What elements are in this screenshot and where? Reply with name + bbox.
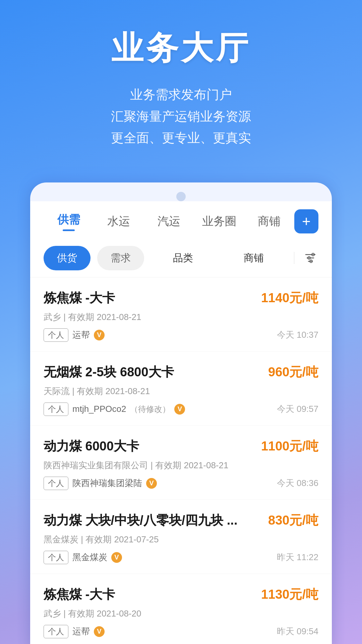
tag-personal: 个人 xyxy=(44,328,68,342)
item-price: 830元/吨 xyxy=(268,512,318,529)
header-subtitle: 业务需求发布门户 汇聚海量产运销业务资源 更全面、更专业、更真实 xyxy=(20,84,342,149)
tab-water[interactable]: 水运 xyxy=(94,211,144,232)
phone-mockup: 供需 水运 汽运 业务圈 商铺 + 供货 需求 品类 商铺 xyxy=(30,182,332,644)
list-item[interactable]: 动力煤 大块/中块/八零块/四九块 ... 830元/吨 黑金煤炭 | 有效期 … xyxy=(30,500,332,574)
item-tags: 个人 mtjh_PPOco2 （待修改） V xyxy=(44,402,185,416)
list-item[interactable]: 动力煤 6000大卡 1100元/吨 陕西神瑞实业集团有限公司 | 有效期 20… xyxy=(30,426,332,500)
filter-divider xyxy=(294,252,294,264)
item-tags: 个人 运帮 V xyxy=(44,625,105,638)
item-footer: 个人 mtjh_PPOco2 （待修改） V 今天 09:57 xyxy=(44,402,318,416)
item-title: 无烟煤 2-5块 6800大卡 xyxy=(44,364,174,381)
item-time: 今天 09:57 xyxy=(277,403,318,415)
tab-truck[interactable]: 汽运 xyxy=(144,211,194,232)
tab-shop[interactable]: 商铺 xyxy=(244,211,294,232)
v-badge: V xyxy=(146,478,157,489)
item-tags: 个人 黑金煤炭 V xyxy=(44,551,122,564)
v-badge: V xyxy=(174,404,185,415)
item-footer: 个人 运帮 V 今天 10:37 xyxy=(44,328,318,342)
pending-label: （待修改） xyxy=(130,404,170,415)
item-meta: 天际流 | 有效期 2021-08-21 xyxy=(44,385,318,397)
tag-personal: 个人 xyxy=(44,625,68,638)
item-price: 1130元/吨 xyxy=(261,586,318,603)
item-time: 今天 10:37 xyxy=(277,329,318,341)
item-price: 1100元/吨 xyxy=(261,438,318,455)
v-badge: V xyxy=(94,330,105,340)
item-title: 炼焦煤 -大卡 xyxy=(44,289,115,307)
item-price: 960元/吨 xyxy=(268,364,318,381)
add-button[interactable]: + xyxy=(294,209,318,233)
item-meta: 陕西神瑞实业集团有限公司 | 有效期 2021-08-21 xyxy=(44,460,318,471)
item-footer: 个人 运帮 V 昨天 09:54 xyxy=(44,625,318,638)
item-time: 昨天 11:22 xyxy=(277,551,318,563)
item-title: 动力煤 大块/中块/八零块/四九块 ... xyxy=(44,512,237,529)
subtitle-line1: 业务需求发布门户 xyxy=(20,84,342,106)
list-item[interactable]: 炼焦煤 -大卡 1130元/吨 武乡 | 有效期 2021-08-20 个人 运… xyxy=(30,574,332,644)
list-item[interactable]: 炼焦煤 -大卡 1140元/吨 武乡 | 有效期 2021-08-21 个人 运… xyxy=(30,277,332,352)
item-title: 动力煤 6000大卡 xyxy=(44,438,139,455)
camera-dot xyxy=(176,192,186,201)
list-container: 炼焦煤 -大卡 1140元/吨 武乡 | 有效期 2021-08-21 个人 运… xyxy=(30,277,332,644)
item-name: mtjh_PPOco2 xyxy=(72,404,126,414)
list-item[interactable]: 无烟煤 2-5块 6800大卡 960元/吨 天际流 | 有效期 2021-08… xyxy=(30,352,332,426)
filter-supply-btn[interactable]: 供货 xyxy=(44,246,90,270)
item-meta: 武乡 | 有效期 2021-08-21 xyxy=(44,311,318,323)
tab-circle[interactable]: 业务圈 xyxy=(194,211,244,232)
header-section: 业务大厅 业务需求发布门户 汇聚海量产运销业务资源 更全面、更专业、更真实 xyxy=(0,0,362,169)
tag-personal: 个人 xyxy=(44,477,68,490)
tag-personal: 个人 xyxy=(44,402,68,416)
item-tags: 个人 运帮 V xyxy=(44,328,105,342)
item-name: 运帮 xyxy=(72,626,90,637)
item-meta: 黑金煤炭 | 有效期 2021-07-25 xyxy=(44,534,318,545)
filter-icon[interactable] xyxy=(302,250,318,266)
item-time: 今天 08:36 xyxy=(277,477,318,489)
item-price: 1140元/吨 xyxy=(261,289,318,307)
tab-supply[interactable]: 供需 xyxy=(44,209,94,234)
v-badge: V xyxy=(94,626,105,637)
item-meta: 武乡 | 有效期 2021-08-20 xyxy=(44,608,318,620)
filter-shop-text[interactable]: 商铺 xyxy=(222,251,286,265)
filter-category-text[interactable]: 品类 xyxy=(151,251,215,265)
page-title: 业务大厅 xyxy=(20,27,342,70)
item-name: 陕西神瑞集团梁陆 xyxy=(72,477,142,489)
item-footer: 个人 陕西神瑞集团梁陆 V 今天 08:36 xyxy=(44,477,318,490)
filter-demand-btn[interactable]: 需求 xyxy=(97,246,144,270)
filter-bar: 供货 需求 品类 商铺 xyxy=(30,239,332,277)
item-footer: 个人 黑金煤炭 V 昨天 11:22 xyxy=(44,551,318,564)
tab-bar: 供需 水运 汽运 业务圈 商铺 + xyxy=(30,201,332,239)
item-tags: 个人 陕西神瑞集团梁陆 V xyxy=(44,477,157,490)
item-name: 运帮 xyxy=(72,329,90,341)
item-name: 黑金煤炭 xyxy=(72,551,107,563)
subtitle-line3: 更全面、更专业、更真实 xyxy=(20,127,342,149)
item-time: 昨天 09:54 xyxy=(277,626,318,637)
item-title: 炼焦煤 -大卡 xyxy=(44,586,115,603)
tag-personal: 个人 xyxy=(44,551,68,564)
v-badge: V xyxy=(111,552,122,563)
subtitle-line2: 汇聚海量产运销业务资源 xyxy=(20,106,342,127)
